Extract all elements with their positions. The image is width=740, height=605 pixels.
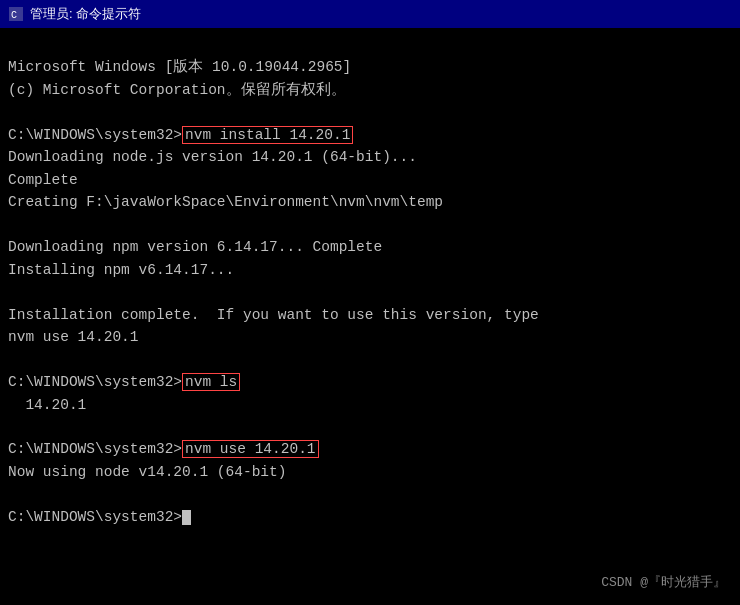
terminal-area[interactable]: Microsoft Windows [版本 10.0.19044.2965] (… (0, 28, 740, 605)
line-downloading-npm: Downloading npm version 6.14.17... Compl… (8, 239, 382, 255)
cmd-nvm-ls: nvm ls (182, 373, 240, 391)
cmd-nvm-use: nvm use 14.20.1 (182, 440, 319, 458)
cmd-icon: C (8, 6, 24, 22)
line-cmd1-prefix: C:\WINDOWS\system32> (8, 127, 182, 143)
line-installing-npm: Installing npm v6.14.17... (8, 262, 234, 278)
line-cmd3-prefix: C:\WINDOWS\system32> (8, 441, 182, 457)
cursor (182, 510, 191, 525)
cmd-window: C 管理员: 命令提示符 Microsoft Windows [版本 10.0.… (0, 0, 740, 605)
terminal-output: Microsoft Windows [版本 10.0.19044.2965] (… (8, 34, 732, 551)
line-complete-1: Complete (8, 172, 78, 188)
line-prompt-final: C:\WINDOWS\system32> (8, 509, 182, 525)
line-install-complete: Installation complete. If you want to us… (8, 307, 539, 323)
line-downloading-node: Downloading node.js version 14.20.1 (64-… (8, 149, 417, 165)
title-bar: C 管理员: 命令提示符 (0, 0, 740, 28)
cmd-nvm-install: nvm install 14.20.1 (182, 126, 353, 144)
svg-text:C: C (11, 10, 17, 21)
line-cmd2-prefix: C:\WINDOWS\system32> (8, 374, 182, 390)
watermark: CSDN @『时光猎手』 (601, 573, 726, 591)
window-title: 管理员: 命令提示符 (30, 5, 141, 23)
line-nvm-use-suggestion: nvm use 14.20.1 (8, 329, 139, 345)
line-now-using: Now using node v14.20.1 (64-bit) (8, 464, 286, 480)
line-creating-temp: Creating F:\javaWorkSpace\Environment\nv… (8, 194, 443, 210)
line-copyright: (c) Microsoft Corporation。保留所有权利。 (8, 82, 346, 98)
line-windows-version: Microsoft Windows [版本 10.0.19044.2965] (8, 59, 351, 75)
line-node-version-list: 14.20.1 (8, 397, 86, 413)
